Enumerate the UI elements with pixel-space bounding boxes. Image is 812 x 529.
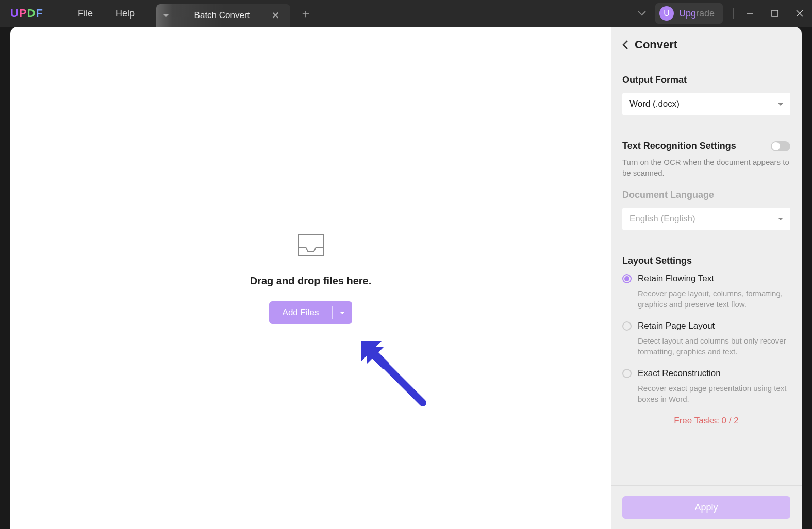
divider xyxy=(622,129,790,129)
radio-retain-flowing-text[interactable]: Retain Flowing Text xyxy=(622,274,790,284)
back-icon[interactable] xyxy=(622,40,628,49)
output-format-select[interactable]: Word (.docx) xyxy=(622,93,790,115)
doc-language-select: English (English) xyxy=(622,208,790,230)
tab-label: Batch Convert xyxy=(176,10,268,21)
tab-batch-convert[interactable]: Batch Convert ✕ xyxy=(156,4,290,27)
drop-area[interactable]: Drag and drop files here. Add Files xyxy=(10,27,611,529)
panel-title: Convert xyxy=(635,38,677,52)
titlebar: UPDF File Help Batch Convert ✕ ＋ U Upgra… xyxy=(0,0,812,27)
divider xyxy=(733,8,734,19)
drop-text: Drag and drop files here. xyxy=(250,275,372,287)
radio-icon xyxy=(622,321,632,331)
radio-exact-reconstruction[interactable]: Exact Reconstruction xyxy=(622,368,790,379)
close-icon[interactable]: ✕ xyxy=(268,9,283,22)
free-tasks-text: Free Tasks: 0 / 2 xyxy=(622,416,790,426)
radio-label: Retain Page Layout xyxy=(638,321,715,331)
minimize-button[interactable] xyxy=(738,1,763,26)
radio-icon xyxy=(622,369,632,378)
ocr-label: Text Recognition Settings xyxy=(622,141,736,151)
ocr-row: Text Recognition Settings xyxy=(622,141,790,151)
menu-help[interactable]: Help xyxy=(104,8,146,19)
radio-description: Detect layout and columns but only recov… xyxy=(638,335,790,357)
output-format-label: Output Format xyxy=(622,75,790,86)
divider xyxy=(55,7,55,20)
panel-footer: Apply xyxy=(611,485,802,529)
divider xyxy=(622,64,790,64)
svg-rect-1 xyxy=(772,10,778,16)
new-tab-button[interactable]: ＋ xyxy=(290,5,321,22)
app-logo: UPDF xyxy=(10,7,43,20)
inbox-icon xyxy=(295,232,326,261)
tab-dropdown-icon[interactable] xyxy=(163,14,169,17)
panel-body: Output Format Word (.docx) Text Recognit… xyxy=(611,61,802,485)
add-files-dropdown[interactable] xyxy=(333,312,352,314)
radio-icon xyxy=(622,274,632,283)
chevron-down-icon xyxy=(778,218,783,220)
workspace: Drag and drop files here. Add Files Conv… xyxy=(10,27,802,529)
menu-file[interactable]: File xyxy=(67,8,104,19)
output-format-value: Word (.docx) xyxy=(629,99,680,109)
divider xyxy=(622,244,790,244)
panel-header: Convert xyxy=(611,27,802,61)
radio-description: Recover exact page presentation using te… xyxy=(638,383,790,404)
side-panel: Convert Output Format Word (.docx) Text … xyxy=(611,27,802,529)
radio-retain-page-layout[interactable]: Retain Page Layout xyxy=(622,321,790,331)
avatar: U xyxy=(659,6,674,21)
radio-label: Retain Flowing Text xyxy=(638,274,714,284)
add-files-label: Add Files xyxy=(269,308,333,318)
apply-button[interactable]: Apply xyxy=(622,496,790,519)
ocr-toggle[interactable] xyxy=(771,141,790,151)
add-files-button[interactable]: Add Files xyxy=(269,301,353,324)
close-button[interactable] xyxy=(787,1,812,26)
ocr-description: Turn on the OCR when the document appear… xyxy=(622,157,790,178)
chevron-down-icon xyxy=(778,103,783,106)
layout-settings-label: Layout Settings xyxy=(622,255,790,266)
arrow-annotation xyxy=(361,341,428,408)
radio-description: Recover page layout, columns, formatting… xyxy=(638,288,790,310)
chevron-down-icon[interactable] xyxy=(628,9,655,18)
upgrade-button[interactable]: U Upgrade xyxy=(655,3,723,24)
doc-language-label: Document Language xyxy=(622,190,790,200)
titlebar-right: U Upgrade xyxy=(628,1,812,26)
radio-label: Exact Reconstruction xyxy=(638,368,721,379)
maximize-button[interactable] xyxy=(763,1,787,26)
tab-bar: Batch Convert ✕ ＋ xyxy=(156,0,321,27)
upgrade-label: Upgrade xyxy=(679,8,715,19)
doc-language-value: English (English) xyxy=(629,214,695,224)
